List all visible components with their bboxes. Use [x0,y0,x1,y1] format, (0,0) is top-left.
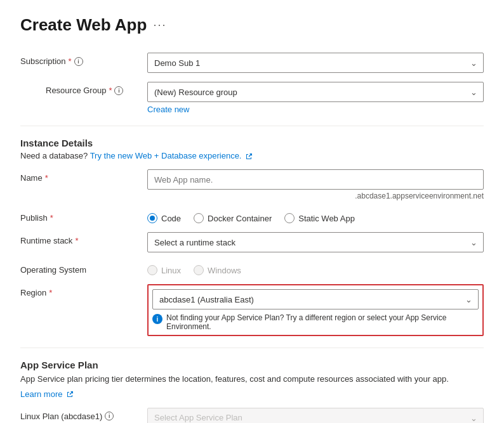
publish-docker-radio-circle [194,213,204,223]
section-divider-2 [20,348,484,348]
os-radio-group: Linux Windows [147,261,484,275]
app-service-plan-title: App Service Plan [20,360,484,370]
runtime-stack-label: Runtime stack * [20,232,147,245]
publish-docker-option[interactable]: Docker Container [194,213,272,223]
publish-docker-label: Docker Container [208,214,272,223]
database-external-link-icon [245,153,253,160]
instance-details-subtitle: Need a database? Try the new Web + Datab… [20,151,484,160]
name-row: Name * .abcdase1.appserviceenvironment.n… [20,169,484,200]
publish-required-star: * [50,213,53,223]
subscription-control: Demo Sub 1 ⌄ [147,53,484,73]
subscription-label: Subscription * i [20,53,147,66]
resource-group-required-star: * [109,86,112,95]
region-required-star: * [49,288,52,297]
name-label: Name * [20,169,147,183]
name-input[interactable] [147,169,484,190]
runtime-stack-row: Runtime stack * Select a runtime stack ⌄ [20,232,484,252]
linux-plan-select-wrapper: Select App Service Plan ⌄ [147,408,484,424]
operating-system-control: Linux Windows [147,261,484,275]
subscription-info-icon[interactable]: i [74,57,83,66]
operating-system-label: Operating System [20,261,147,275]
linux-plan-select[interactable]: Select App Service Plan [147,408,484,424]
linux-plan-label: Linux Plan (abcdase1) i [20,408,147,421]
linux-plan-row: Linux Plan (abcdase1) i Select App Servi… [20,408,484,424]
instance-details-section: Instance Details Need a database? Try th… [20,138,484,160]
runtime-stack-required-star: * [75,236,78,245]
publish-code-radio-circle [147,213,157,223]
os-windows-option: Windows [194,265,241,275]
ellipsis-menu-button[interactable]: ··· [153,18,166,32]
region-label: Region * [20,284,147,297]
page-header: Create Web App ··· [20,15,484,35]
page-title: Create Web App [20,15,147,35]
subscription-required-star: * [69,56,72,66]
create-new-link[interactable]: Create new [147,105,189,114]
publish-label: Publish * [20,209,147,223]
section-divider-1 [20,126,484,126]
learn-more-row: Learn more [20,389,484,399]
subscription-select[interactable]: Demo Sub 1 [147,53,484,73]
os-windows-label: Windows [208,266,241,275]
linux-plan-control: Select App Service Plan ⌄ Select a resou… [147,408,484,424]
publish-code-radio-dot [150,216,155,221]
app-service-plan-section: App Service Plan App Service plan pricin… [20,360,484,399]
os-linux-radio-circle [147,265,157,275]
app-service-plan-desc: App Service plan pricing tier determines… [20,373,484,386]
region-select-wrapper: abcdase1 (Australia East) ⌄ [152,289,479,309]
os-windows-radio-circle [194,265,204,275]
database-link[interactable]: Try the new Web + Database experience. [90,151,242,160]
learn-more-link[interactable]: Learn more [20,389,62,399]
os-linux-label: Linux [161,266,181,275]
name-control: .abcdase1.appserviceenvironment.net [147,169,484,200]
linux-plan-info-icon[interactable]: i [105,412,114,420]
runtime-stack-select-wrapper: Select a runtime stack ⌄ [147,232,484,252]
instance-details-title: Instance Details [20,138,484,148]
domain-suffix: .abcdase1.appserviceenvironment.net [147,192,484,200]
region-row: Region * abcdase1 (Australia East) ⌄ i N… [20,284,484,336]
publish-code-option[interactable]: Code [147,213,181,223]
region-select[interactable]: abcdase1 (Australia East) [152,289,479,309]
resource-group-control: (New) Resource group ⌄ Create new [147,82,484,114]
os-linux-option: Linux [147,265,181,275]
region-info-icon: i [152,314,162,324]
runtime-stack-control: Select a runtime stack ⌄ [147,232,484,252]
publish-static-radio-circle [284,213,295,223]
publish-code-label: Code [161,214,181,223]
resource-group-select-wrapper: (New) Resource group ⌄ [147,82,484,102]
name-required-star: * [45,173,48,183]
resource-group-row: Resource Group * i (New) Resource group … [20,82,484,114]
region-highlight-box: abcdase1 (Australia East) ⌄ i Not findin… [147,284,484,336]
learn-more-external-icon [66,391,74,398]
subscription-row: Subscription * i Demo Sub 1 ⌄ [20,53,484,73]
resource-group-info-icon[interactable]: i [114,86,123,95]
publish-radio-group: Code Docker Container Static Web App [147,209,484,223]
region-info-message: i Not finding your App Service Plan? Try… [152,313,479,331]
region-control: abcdase1 (Australia East) ⌄ i Not findin… [147,284,484,336]
resource-group-select[interactable]: (New) Resource group [147,82,484,102]
publish-control: Code Docker Container Static Web App [147,209,484,223]
runtime-stack-select[interactable]: Select a runtime stack [147,232,484,252]
publish-static-label: Static Web App [298,214,355,223]
operating-system-row: Operating System Linux Windows [20,261,484,275]
publish-static-option[interactable]: Static Web App [284,213,355,223]
subscription-select-wrapper: Demo Sub 1 ⌄ [147,53,484,73]
publish-row: Publish * Code Docker Container Static W… [20,209,484,223]
resource-group-label: Resource Group * i [20,82,147,95]
